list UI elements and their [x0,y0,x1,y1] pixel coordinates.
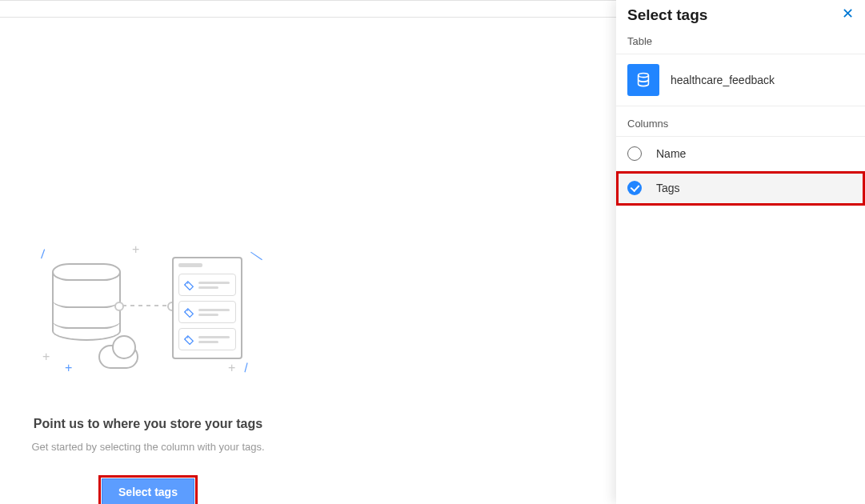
close-button[interactable]: ✕ [842,6,854,21]
database-icon [627,64,659,96]
spark-icon: + [228,361,235,375]
spark-icon: \ [241,361,251,375]
select-tags-button[interactable]: Select tags [102,478,194,504]
column-option-tags[interactable]: Tags [616,171,865,206]
panel-title: Select tags [627,6,707,24]
table-name: healthcare_feedback [671,74,775,86]
illustration: \ + ＼ + + + \ [36,249,260,385]
svg-point-0 [639,73,649,77]
close-icon: ✕ [842,6,854,22]
spark-icon: + [42,350,50,364]
column-option-name[interactable]: Name [616,137,865,171]
radio-selected-icon [627,181,642,195]
select-tags-panel: Select tags ✕ Table healthcare_feedback … [616,0,865,504]
spark-icon: \ [37,247,48,261]
spark-icon: + [65,361,72,375]
cloud-icon [92,334,142,366]
database-icon [52,263,121,340]
tags-card-icon [172,257,242,359]
spark-icon: + [132,242,139,257]
main-content: \ + ＼ + + + \ [0,0,616,504]
column-label: Tags [656,182,680,194]
columns-list: Name Tags [616,137,865,206]
empty-state-title: Point us to where you store your tags [24,417,272,431]
spark-icon: ＼ [249,246,266,265]
columns-section-label: Columns [616,106,865,137]
column-label: Name [656,147,686,160]
select-tags-button-highlight: Select tags [98,475,198,504]
table-section-label: Table [616,24,865,54]
radio-unselected-icon [627,146,642,161]
connection-line [122,305,169,306]
divider [0,17,616,18]
empty-state-subtitle: Get started by selecting the column with… [24,441,272,453]
empty-state: \ + ＼ + + + \ [24,249,272,504]
table-item[interactable]: healthcare_feedback [616,54,865,106]
